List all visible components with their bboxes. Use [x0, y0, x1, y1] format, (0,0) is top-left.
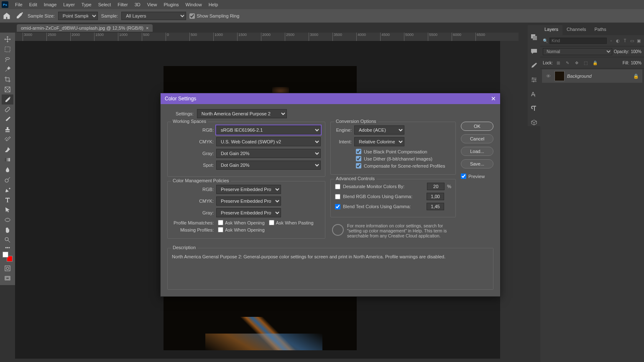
character-icon[interactable]: A| [530, 90, 538, 98]
blendrgb-checkbox[interactable] [335, 194, 340, 199]
screen-mode-tool[interactable] [2, 273, 13, 283]
cmp-gray-select[interactable]: Preserve Embedded Profiles [216, 208, 281, 217]
filter-shape-icon[interactable]: ▭ [629, 37, 635, 44]
magic-wand-tool[interactable] [2, 64, 13, 74]
dither-checkbox[interactable] [356, 156, 361, 161]
blend-mode-select[interactable]: Normal [543, 48, 612, 55]
comments-icon[interactable] [530, 48, 538, 55]
menu-3d[interactable]: 3D [131, 2, 144, 7]
filter-adjust-icon[interactable]: ◐ [616, 37, 621, 44]
lock-paint-icon[interactable]: ✎ [564, 59, 571, 66]
layer-filter-input[interactable] [549, 38, 607, 44]
brush-tool[interactable] [2, 115, 13, 125]
gradient-tool[interactable] [2, 155, 13, 165]
layer-row[interactable]: 👁 Background 🔒 [542, 69, 642, 83]
desat-input[interactable] [427, 183, 445, 190]
filter-type-icon[interactable]: T [622, 37, 628, 44]
more-options[interactable]: ••• [2, 245, 13, 250]
adjustments-icon[interactable] [530, 76, 538, 84]
comp-checkbox[interactable] [356, 163, 361, 168]
document-tab[interactable]: omid-armin-ZxCoF_d9BWU-unsplash.jpg @ 12… [17, 24, 153, 32]
lock-pos-icon[interactable]: ✥ [573, 59, 580, 66]
close-icon[interactable]: ✕ [491, 95, 496, 102]
rgb-select[interactable]: sRGB IEC61966-2.1 [216, 125, 321, 135]
healing-tool[interactable] [2, 105, 13, 115]
tools-panel: ••• [0, 33, 15, 285]
eyedropper-tool[interactable] [2, 94, 13, 105]
menu-layer[interactable]: Layer [60, 2, 78, 7]
sample-size-select[interactable]: Point Sample [58, 12, 98, 20]
paragraph-icon[interactable] [530, 105, 538, 112]
blur-tool[interactable] [2, 165, 13, 175]
load-button[interactable]: Load... [461, 147, 493, 156]
shape-tool[interactable] [2, 215, 13, 225]
dodge-tool[interactable] [2, 175, 13, 185]
menu-filter[interactable]: Filter [114, 2, 131, 7]
preview-checkbox[interactable]: Preview [461, 173, 493, 179]
frame-tool[interactable] [2, 84, 13, 94]
eyedropper-icon[interactable] [14, 11, 24, 21]
fill-value[interactable]: 100% [631, 61, 641, 65]
crop-tool[interactable] [2, 74, 13, 84]
stamp-tool[interactable] [2, 125, 13, 135]
missing-ask-checkbox[interactable]: Ask When Opening [218, 227, 265, 232]
lock-all-icon[interactable]: 🔒 [591, 59, 599, 66]
bp-checkbox[interactable] [356, 149, 361, 154]
history-brush-tool[interactable] [2, 135, 13, 145]
move-tool[interactable] [2, 34, 13, 44]
ok-button[interactable]: OK [461, 122, 493, 131]
intent-select[interactable]: Relative Colorimetric [354, 137, 404, 146]
blendrgb-input[interactable] [427, 193, 444, 200]
eraser-tool[interactable] [2, 145, 13, 155]
cmp-rgb-select[interactable]: Preserve Embedded Profiles [216, 185, 281, 194]
show-sampling-ring-checkbox[interactable]: Show Sampling Ring [189, 13, 239, 19]
ask-open-checkbox[interactable]: Ask When Opening [218, 220, 265, 225]
filter-smart-icon[interactable]: ▣ [636, 37, 641, 44]
type-tool[interactable] [2, 195, 13, 205]
gray-select[interactable]: Dot Gain 20% [216, 149, 321, 158]
cmp-cmyk-select[interactable]: Preserve Embedded Profiles [216, 196, 281, 206]
menu-view[interactable]: View [144, 2, 161, 7]
menu-image[interactable]: Image [41, 2, 60, 7]
pen-tool[interactable] [2, 185, 13, 195]
save-button[interactable]: Save... [461, 159, 493, 168]
marquee-tool[interactable] [2, 44, 13, 54]
filter-image-icon[interactable]: ▫ [608, 37, 614, 44]
opacity-value[interactable]: 100% [631, 49, 641, 54]
blendtxt-checkbox[interactable] [335, 204, 340, 209]
spot-select[interactable]: Dot Gain 20% [216, 161, 321, 170]
visibility-icon[interactable]: 👁 [544, 72, 552, 80]
sample-select[interactable]: All Layers [121, 12, 186, 20]
tab-channels[interactable]: Channels [562, 25, 590, 35]
menu-plugins[interactable]: Plugins [160, 2, 182, 7]
settings-select[interactable]: North America General Purpose 2 [197, 109, 287, 118]
cancel-button[interactable]: Cancel [461, 134, 493, 143]
menu-edit[interactable]: Edit [26, 2, 41, 7]
zoom-tool[interactable] [2, 235, 13, 245]
path-select-tool[interactable] [2, 205, 13, 215]
quick-mask-tool[interactable] [2, 263, 13, 273]
dialog-titlebar[interactable]: Color Settings ✕ [161, 93, 500, 104]
tab-paths[interactable]: Paths [590, 25, 611, 35]
engine-select[interactable]: Adobe (ACE) [354, 125, 404, 135]
color-swatch[interactable] [3, 252, 13, 262]
lock-nest-icon[interactable]: ⬚ [582, 59, 590, 66]
close-icon[interactable]: × [146, 25, 148, 31]
menu-window[interactable]: Window [182, 2, 205, 7]
menu-select[interactable]: Select [95, 2, 115, 7]
ask-paste-checkbox[interactable]: Ask When Pasting [269, 220, 314, 225]
hand-tool[interactable] [2, 225, 13, 235]
color-panel-icon[interactable] [530, 33, 538, 41]
cmyk-select[interactable]: U.S. Web Coated (SWOP) v2 [216, 137, 321, 146]
brushes-icon[interactable] [530, 62, 538, 69]
lasso-tool[interactable] [2, 54, 13, 64]
home-button[interactable] [3, 12, 11, 20]
menu-help[interactable]: Help [205, 2, 222, 7]
menu-file[interactable]: File [12, 2, 26, 7]
menu-type[interactable]: Type [78, 2, 95, 7]
lock-trans-icon[interactable]: ⊞ [555, 59, 562, 66]
3d-icon[interactable] [530, 119, 538, 126]
desat-checkbox[interactable] [335, 184, 340, 189]
tab-layers[interactable]: Layers [540, 25, 562, 35]
blendtxt-input[interactable] [427, 203, 444, 210]
